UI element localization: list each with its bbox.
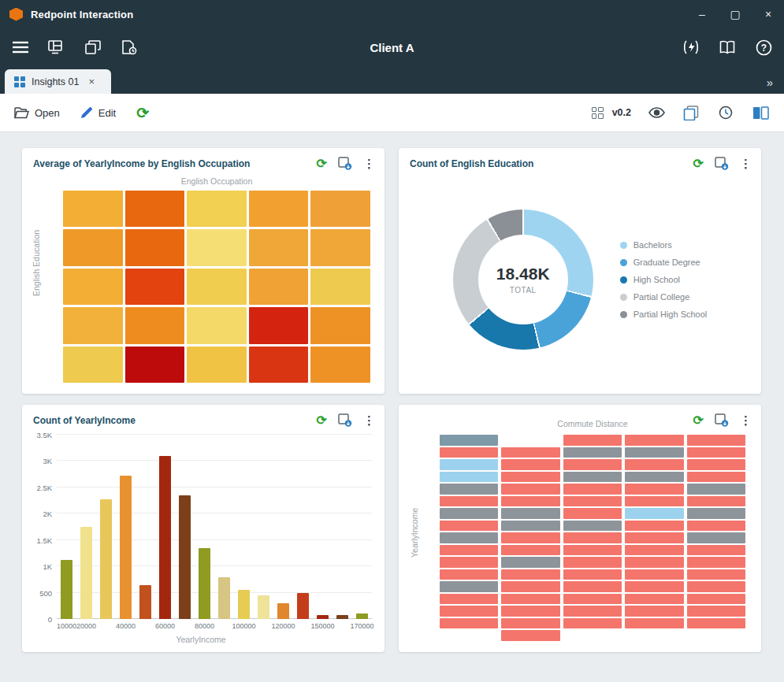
tableplot-cell[interactable] (501, 484, 559, 495)
tab-close-icon[interactable]: × (88, 76, 95, 87)
legend-item[interactable]: Graduate Degree (620, 258, 708, 267)
bar-rect[interactable] (139, 585, 152, 619)
heatmap-cell[interactable] (310, 191, 370, 227)
heatmap-cell[interactable] (125, 347, 185, 383)
reading-pane-icon[interactable] (751, 103, 770, 122)
tableplot-cell[interactable] (501, 545, 559, 556)
tableplot-cell[interactable] (501, 472, 559, 483)
tableplot-cell[interactable] (687, 521, 745, 532)
dashboards-icon[interactable] (47, 38, 66, 57)
heatmap-cell[interactable] (249, 347, 309, 383)
help-icon[interactable]: ? (754, 38, 773, 57)
tableplot-cell[interactable] (501, 459, 559, 470)
tableplot-cell[interactable] (501, 532, 559, 543)
heatmap-cell[interactable] (249, 307, 309, 343)
heatmap-cell[interactable] (63, 269, 123, 305)
tableplot-cell[interactable] (440, 496, 498, 507)
tableplot-cell[interactable] (440, 472, 498, 483)
tableplot-cell[interactable] (687, 532, 745, 543)
card-menu-kebab-icon[interactable]: ⋮ (740, 158, 752, 169)
tableplot-cell[interactable] (687, 508, 745, 519)
heatmap-cell[interactable] (187, 347, 247, 383)
tableplot-cell[interactable] (563, 569, 622, 580)
tableplot-cell[interactable] (440, 447, 498, 458)
heatmap-cell[interactable] (125, 269, 185, 305)
document-schedule-icon[interactable] (120, 38, 139, 57)
heatmap-cell[interactable] (63, 307, 123, 343)
tableplot-cell[interactable] (687, 569, 745, 580)
tableplot-cell[interactable] (687, 581, 745, 592)
heatmap-cell[interactable] (310, 269, 370, 305)
tableplot-cell[interactable] (625, 447, 683, 458)
tableplot-cell[interactable] (501, 521, 559, 532)
tableplot-cell[interactable] (687, 545, 745, 556)
bar-rect[interactable] (356, 613, 369, 619)
minimize-button[interactable]: – (696, 8, 708, 20)
tableplot-cell[interactable] (625, 459, 683, 470)
tableplot-cell[interactable] (501, 581, 559, 592)
tableplot-cell[interactable] (563, 606, 622, 617)
tableplot-cell[interactable] (440, 459, 498, 470)
tableplot-cell[interactable] (625, 557, 683, 568)
heatmap-cell[interactable] (187, 269, 247, 305)
tableplot-cell[interactable] (687, 618, 745, 629)
edit-button[interactable]: Edit (80, 106, 116, 119)
tableplot-cell[interactable] (440, 606, 498, 617)
tableplot-cell[interactable] (625, 472, 683, 483)
heatmap-cell[interactable] (63, 347, 123, 383)
tableplot-cell[interactable] (563, 545, 622, 556)
tableplot-cell[interactable] (563, 557, 622, 568)
tableplot-cell[interactable] (563, 459, 622, 470)
tableplot-cell[interactable] (563, 581, 622, 592)
export-layers-icon[interactable] (84, 38, 102, 57)
tableplot-cell[interactable] (440, 484, 498, 495)
bar-rect[interactable] (159, 456, 172, 619)
tableplot-cell[interactable] (625, 508, 683, 519)
bar-rect[interactable] (100, 499, 113, 619)
tableplot-cell[interactable] (625, 581, 683, 592)
donut-chart[interactable]: 18.48K TOTAL (453, 209, 593, 350)
tableplot-cell[interactable] (625, 606, 683, 617)
tableplot-cell[interactable] (625, 435, 683, 446)
tableplot-cell[interactable] (563, 447, 622, 458)
card-menu-kebab-icon[interactable]: ⋮ (363, 158, 375, 169)
tableplot-cell[interactable] (563, 435, 622, 446)
tableplot-cell[interactable] (687, 435, 745, 446)
tableplot-cell[interactable] (501, 557, 559, 568)
tableplot-cell[interactable] (687, 496, 745, 507)
tab-overflow-chevron-icon[interactable]: » (767, 76, 779, 94)
tableplot-cell[interactable] (625, 521, 683, 532)
tableplot-cell[interactable] (501, 569, 559, 580)
tableplot-cell[interactable] (687, 447, 745, 458)
tableplot-cell[interactable] (625, 594, 683, 605)
tableplot-cell[interactable] (440, 508, 498, 519)
tableplot-cell[interactable] (625, 618, 683, 629)
menu-hamburger-icon[interactable] (11, 38, 30, 57)
tableplot-cell[interactable] (625, 484, 683, 495)
tableplot-cell[interactable] (563, 594, 622, 605)
preview-eye-icon[interactable] (647, 103, 666, 122)
heatmap-cell[interactable] (125, 307, 185, 343)
heatmap-cell[interactable] (125, 191, 185, 227)
heatmap-cell[interactable] (187, 307, 247, 343)
tableplot-cell[interactable] (501, 496, 559, 507)
tableplot-cell[interactable] (440, 557, 498, 568)
tableplot-cell[interactable] (501, 630, 559, 641)
tableplot-cell[interactable] (625, 569, 683, 580)
tableplot-cell[interactable] (501, 618, 559, 629)
card-refresh-icon[interactable]: ⟳ (693, 158, 704, 170)
tableplot-cell[interactable] (687, 472, 745, 483)
bar-rect[interactable] (238, 590, 251, 619)
bar-rect[interactable] (277, 603, 290, 619)
tableplot-cell[interactable] (501, 594, 559, 605)
card-export-icon[interactable] (715, 157, 729, 170)
tableplot-cell[interactable] (440, 521, 498, 532)
legend-item[interactable]: Partial College (620, 292, 708, 302)
card-refresh-icon[interactable]: ⟳ (317, 158, 327, 170)
history-clock-icon[interactable] (716, 103, 735, 122)
tableplot-cell[interactable] (440, 435, 498, 446)
tableplot-cell[interactable] (440, 569, 498, 580)
legend-item[interactable]: Bachelors (620, 240, 708, 250)
heatmap-cell[interactable] (310, 307, 370, 343)
heatmap-cell[interactable] (249, 269, 309, 305)
